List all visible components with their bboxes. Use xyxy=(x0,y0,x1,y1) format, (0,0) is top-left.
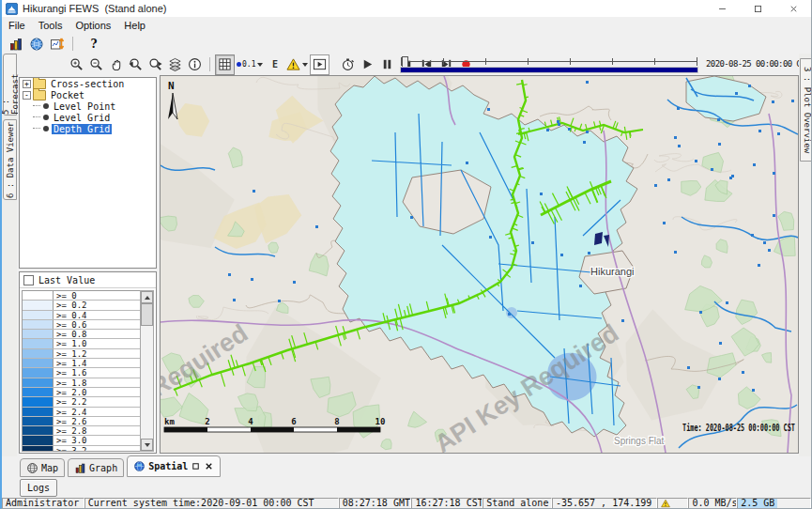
scroll-up-icon[interactable] xyxy=(141,291,153,303)
station-marker[interactable] xyxy=(674,136,677,139)
station-marker[interactable] xyxy=(410,216,413,219)
sidebar-tab-plot-overview[interactable]: 3 : Plot Overview xyxy=(800,58,812,162)
zoom-in-button[interactable] xyxy=(67,54,86,75)
legend-scrollbar[interactable] xyxy=(140,290,154,452)
station-marker[interactable] xyxy=(773,214,775,217)
station-marker[interactable] xyxy=(718,378,721,380)
animation-speed-button[interactable] xyxy=(338,54,358,75)
tree-item-level-grid[interactable]: Level Grid xyxy=(33,112,156,123)
map-view[interactable]: API Key RequiredAPI Key Required Hikuran… xyxy=(160,75,799,454)
station-marker[interactable] xyxy=(293,281,296,284)
station-marker[interactable] xyxy=(489,236,492,239)
menu-item-help[interactable]: Help xyxy=(117,20,152,31)
station-marker[interactable] xyxy=(228,273,231,276)
station-marker[interactable] xyxy=(560,254,563,256)
grid-labels-button[interactable]: E xyxy=(265,54,284,75)
zoom-next-button[interactable] xyxy=(146,54,165,75)
dock-close-button[interactable] xyxy=(204,461,214,471)
station-marker[interactable] xyxy=(487,108,490,111)
station-marker[interactable] xyxy=(711,168,713,171)
station-marker[interactable] xyxy=(546,129,549,131)
flood-marker-icon[interactable] xyxy=(594,232,603,245)
help-button[interactable]: ? xyxy=(78,35,110,53)
station-marker[interactable] xyxy=(667,178,670,181)
station-marker[interactable] xyxy=(588,252,590,254)
scroll-thumb[interactable] xyxy=(141,303,153,326)
station-marker[interactable] xyxy=(540,193,543,195)
station-marker[interactable] xyxy=(718,143,721,146)
station-marker[interactable] xyxy=(742,371,744,374)
station-marker[interactable] xyxy=(717,118,720,121)
station-marker[interactable] xyxy=(777,132,780,135)
timeseries-dialog-button[interactable] xyxy=(6,35,26,53)
timeline-slider[interactable] xyxy=(401,56,697,72)
station-marker[interactable] xyxy=(772,100,774,103)
station-marker[interactable] xyxy=(695,160,697,162)
info-button[interactable] xyxy=(185,54,205,75)
station-marker[interactable] xyxy=(687,366,690,369)
tree-item-level-point[interactable]: Level Point xyxy=(33,100,156,112)
tree-expander-icon[interactable]: - xyxy=(23,91,31,100)
station-marker[interactable] xyxy=(621,319,624,322)
tree-item-depth-grid[interactable]: Depth Grid xyxy=(33,123,156,134)
scroll-down-icon[interactable] xyxy=(141,439,153,451)
station-marker[interactable] xyxy=(751,234,754,237)
station-marker[interactable] xyxy=(697,386,700,389)
station-marker[interactable] xyxy=(773,172,775,175)
station-marker[interactable] xyxy=(753,163,756,166)
menu-item-tools[interactable]: Tools xyxy=(32,20,69,31)
station-marker[interactable] xyxy=(557,120,559,123)
menu-item-options[interactable]: Options xyxy=(69,20,117,31)
station-marker[interactable] xyxy=(654,184,657,187)
grid-display-button[interactable] xyxy=(26,35,47,53)
station-marker[interactable] xyxy=(531,241,534,244)
layers-button[interactable] xyxy=(165,54,185,75)
dock-tab-spatial[interactable]: Spatial xyxy=(127,455,221,477)
class-interval-caret-icon[interactable] xyxy=(257,63,263,67)
station-marker[interactable] xyxy=(466,162,468,164)
sidebar-tab-data-viewer[interactable]: 6 : Data Viewer xyxy=(3,119,17,200)
station-marker[interactable] xyxy=(251,278,253,281)
station-marker[interactable] xyxy=(315,225,318,228)
station-marker[interactable] xyxy=(278,300,281,302)
station-marker[interactable] xyxy=(699,311,702,314)
station-marker[interactable] xyxy=(568,128,571,131)
station-marker[interactable] xyxy=(763,241,766,244)
station-marker[interactable] xyxy=(508,313,511,316)
last-value-checkbox[interactable] xyxy=(23,275,34,285)
tree-item-cross-section[interactable]: +Cross-section xyxy=(20,78,156,89)
station-marker[interactable] xyxy=(791,100,794,102)
pan-button[interactable] xyxy=(106,54,126,75)
zoom-out-button[interactable] xyxy=(86,54,106,75)
station-marker[interactable] xyxy=(752,389,755,392)
station-marker[interactable] xyxy=(579,285,582,287)
zoom-previous-button[interactable] xyxy=(126,54,146,75)
station-marker[interactable] xyxy=(233,299,236,301)
close-button[interactable] xyxy=(775,0,811,17)
import-timeseries-button[interactable] xyxy=(47,35,68,53)
class-interval-button[interactable]: 0.1 xyxy=(235,54,265,75)
station-marker[interactable] xyxy=(768,249,771,252)
maximize-button[interactable] xyxy=(740,0,775,17)
thresholds-button[interactable] xyxy=(284,54,310,75)
station-marker[interactable] xyxy=(719,342,722,345)
dock-tab-graph[interactable]: Graph xyxy=(68,458,124,477)
station-marker[interactable] xyxy=(735,92,738,95)
thresholds-caret-icon[interactable] xyxy=(302,63,308,67)
sidebar-tab-forecast[interactable]: 5 : Forecast xyxy=(3,54,17,116)
tree-item-pocket[interactable]: -Pocket xyxy=(20,89,156,100)
station-marker[interactable] xyxy=(558,123,560,126)
station-marker[interactable] xyxy=(663,222,666,224)
station-marker[interactable] xyxy=(677,107,680,110)
station-marker[interactable] xyxy=(674,251,677,254)
station-marker[interactable] xyxy=(731,175,734,177)
menu-item-file[interactable]: File xyxy=(2,20,32,31)
tree-expander-icon[interactable]: + xyxy=(23,80,31,88)
minimize-button[interactable] xyxy=(704,0,740,17)
station-marker[interactable] xyxy=(678,145,681,147)
logs-button[interactable]: Logs xyxy=(20,479,57,497)
station-marker[interactable] xyxy=(583,141,586,144)
dock-restore-button[interactable] xyxy=(191,461,201,471)
station-marker[interactable] xyxy=(253,190,255,193)
pause-button[interactable] xyxy=(377,54,397,75)
